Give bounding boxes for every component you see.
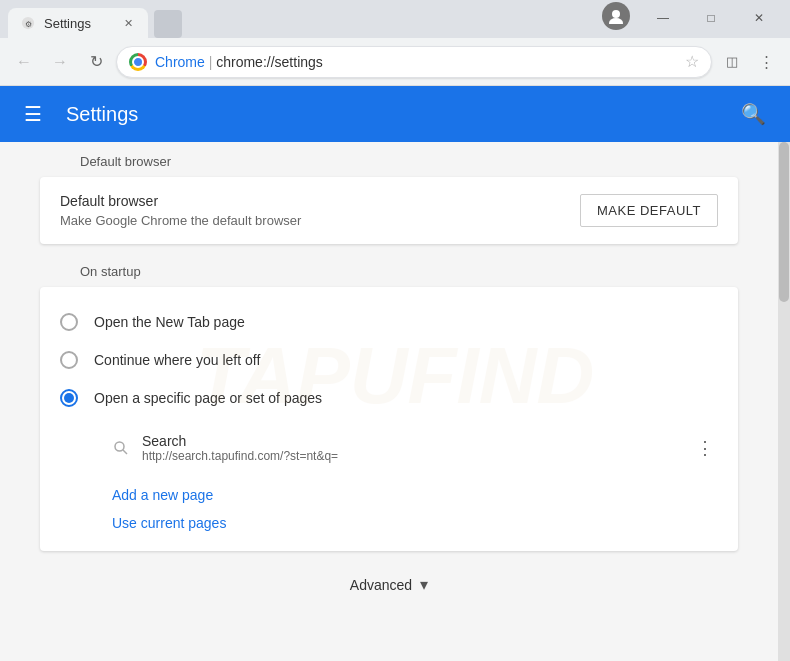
tab-title: Settings bbox=[44, 16, 112, 31]
page-info: Search http://search.tapufind.com/?st=nt… bbox=[142, 433, 680, 463]
startup-option-specific[interactable]: Open a specific page or set of pages bbox=[60, 379, 718, 417]
radio-continue[interactable] bbox=[60, 351, 78, 369]
make-default-button[interactable]: MAKE DEFAULT bbox=[580, 194, 718, 227]
chrome-icon bbox=[129, 53, 147, 71]
app-title: Settings bbox=[66, 103, 138, 126]
startup-option-new-tab-label: Open the New Tab page bbox=[94, 314, 245, 330]
minimize-button[interactable]: — bbox=[640, 4, 686, 32]
omnibox[interactable]: Chrome | chrome://settings ☆ bbox=[116, 46, 712, 78]
main-content: TAPUFIND Default browser Default browser… bbox=[0, 142, 790, 661]
radio-dot bbox=[64, 393, 74, 403]
radio-new-tab[interactable] bbox=[60, 313, 78, 331]
app-header: ☰ Settings 🔍 bbox=[0, 86, 790, 142]
startup-option-specific-label: Open a specific page or set of pages bbox=[94, 390, 322, 406]
settings-area: TAPUFIND Default browser Default browser… bbox=[0, 142, 778, 661]
close-button[interactable]: ✕ bbox=[736, 4, 782, 32]
default-browser-description: Make Google Chrome the default browser bbox=[60, 213, 301, 228]
tab-favicon: ⚙ bbox=[20, 15, 36, 31]
forward-button[interactable]: → bbox=[44, 46, 76, 78]
use-current-pages-link[interactable]: Use current pages bbox=[60, 507, 718, 535]
advanced-section[interactable]: Advanced ▾ bbox=[0, 551, 778, 618]
svg-point-2 bbox=[612, 10, 620, 18]
svg-point-4 bbox=[115, 442, 124, 451]
svg-point-3 bbox=[609, 18, 623, 24]
url-display: Chrome | chrome://settings bbox=[155, 54, 677, 70]
omnibox-actions: ◫ ⋮ bbox=[716, 46, 782, 78]
advanced-label: Advanced bbox=[350, 577, 412, 593]
header-search-button[interactable]: 🔍 bbox=[733, 94, 774, 134]
search-page-icon bbox=[112, 439, 130, 457]
svg-line-5 bbox=[123, 450, 127, 454]
default-browser-info: Default browser Make Google Chrome the d… bbox=[60, 193, 301, 228]
startup-option-continue-label: Continue where you left off bbox=[94, 352, 260, 368]
new-tab-area bbox=[148, 10, 188, 38]
startup-card: Open the New Tab page Continue where you… bbox=[40, 287, 738, 551]
menu-button[interactable]: ⋮ bbox=[750, 46, 782, 78]
profile-icon[interactable] bbox=[602, 2, 630, 30]
scrollbar[interactable] bbox=[778, 142, 790, 661]
page-url: http://search.tapufind.com/?st=nt&q= bbox=[142, 449, 680, 463]
add-new-page-link[interactable]: Add a new page bbox=[60, 479, 718, 507]
bookmark-star-icon[interactable]: ☆ bbox=[685, 52, 699, 71]
default-browser-title: Default browser bbox=[60, 193, 301, 209]
title-bar: ⚙ Settings ✕ — □ ✕ bbox=[0, 0, 790, 38]
url-prefix: Chrome bbox=[155, 54, 205, 70]
maximize-button[interactable]: □ bbox=[688, 4, 734, 32]
page-menu-button[interactable]: ⋮ bbox=[692, 433, 718, 463]
radio-specific[interactable] bbox=[60, 389, 78, 407]
startup-pages-list: Search http://search.tapufind.com/?st=nt… bbox=[60, 417, 718, 479]
url-value: chrome://settings bbox=[216, 54, 323, 70]
default-browser-card: Default browser Make Google Chrome the d… bbox=[40, 177, 738, 244]
startup-page-item: Search http://search.tapufind.com/?st=nt… bbox=[112, 425, 718, 471]
browser-window: ⚙ Settings ✕ — □ ✕ ← → ↻ Chrome | bbox=[0, 0, 790, 661]
back-button[interactable]: ← bbox=[8, 46, 40, 78]
page-name: Search bbox=[142, 433, 680, 449]
extensions-button[interactable]: ◫ bbox=[716, 46, 748, 78]
hamburger-menu-button[interactable]: ☰ bbox=[16, 94, 50, 134]
tab-close-button[interactable]: ✕ bbox=[120, 15, 136, 31]
on-startup-section-label: On startup bbox=[0, 244, 778, 287]
omnibox-bar: ← → ↻ Chrome | chrome://settings ☆ ◫ ⋮ bbox=[0, 38, 790, 86]
active-tab[interactable]: ⚙ Settings ✕ bbox=[8, 8, 148, 38]
reload-button[interactable]: ↻ bbox=[80, 46, 112, 78]
startup-option-new-tab[interactable]: Open the New Tab page bbox=[60, 303, 718, 341]
scrollbar-thumb[interactable] bbox=[779, 142, 789, 302]
default-browser-section-label: Default browser bbox=[0, 142, 778, 177]
svg-text:⚙: ⚙ bbox=[25, 20, 32, 29]
new-tab-button[interactable] bbox=[154, 10, 182, 38]
advanced-arrow-icon: ▾ bbox=[420, 575, 428, 594]
startup-option-continue[interactable]: Continue where you left off bbox=[60, 341, 718, 379]
